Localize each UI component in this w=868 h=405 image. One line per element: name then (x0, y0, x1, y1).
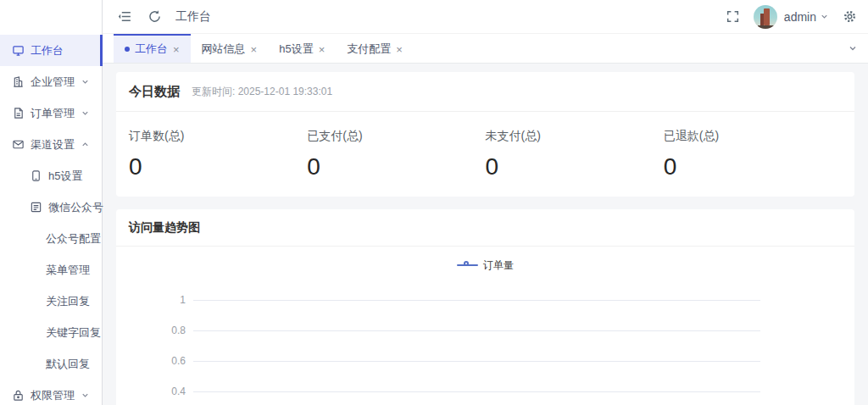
gridline-row: 0.4 (116, 376, 854, 405)
sidebar: 工作台 企业管理 订单管理 渠道设置 (0, 0, 103, 405)
sidebar-item-keyword-reply[interactable]: 关键字回复 (0, 317, 102, 348)
fullscreen-icon (726, 9, 740, 24)
card-title: 访问量趋势图 (129, 220, 200, 236)
phone-icon (29, 169, 42, 183)
document-icon (11, 107, 25, 120)
chart-grid: 1 0.8 0.6 0.4 (116, 285, 854, 405)
sidebar-item-label: 关键字回复 (46, 325, 101, 341)
refresh-button[interactable] (146, 8, 163, 25)
gridline-row: 1 (116, 285, 854, 315)
stat-label: 订单数(总) (129, 129, 307, 144)
header-actions: admin (725, 5, 858, 29)
visit-trend-card-header: 访问量趋势图 (116, 209, 854, 247)
sidebar-item-orders[interactable]: 订单管理 (0, 97, 102, 129)
avatar[interactable] (754, 5, 777, 29)
y-axis-tick: 0.6 (116, 355, 193, 367)
stat-value: 0 (664, 153, 842, 181)
gridline (193, 300, 760, 301)
sidebar-item-enterprise[interactable]: 企业管理 (0, 66, 102, 97)
sidebar-item-workbench[interactable]: 工作台 (0, 35, 102, 66)
main-content: 今日数据 更新时间: 2025-12-01 19:33:01 订单数(总) 0 … (103, 64, 868, 405)
stats-row: 订单数(总) 0 已支付(总) 0 未支付(总) 0 已退款(总) 0 (116, 112, 854, 197)
stat-value: 0 (129, 153, 307, 181)
monitor-icon (11, 44, 25, 58)
article-icon (29, 201, 42, 214)
tab-workbench[interactable]: 工作台 × (114, 34, 191, 63)
sidebar-item-label: 工作台 (31, 43, 64, 58)
tab-website-info[interactable]: 网站信息 × (191, 34, 269, 63)
stat-value: 0 (307, 153, 485, 181)
chevron-down-icon (848, 43, 858, 53)
today-data-card: 今日数据 更新时间: 2025-12-01 19:33:01 订单数(总) 0 … (116, 72, 854, 197)
refresh-icon (147, 9, 162, 24)
close-icon[interactable]: × (319, 44, 326, 55)
close-icon[interactable]: × (173, 44, 180, 55)
sidebar-item-h5-settings[interactable]: h5设置 (0, 160, 102, 191)
y-axis-tick: 0.8 (116, 325, 193, 336)
y-axis-tick: 0.4 (116, 386, 193, 397)
stat-unpaid: 未支付(总) 0 (486, 129, 664, 181)
updated-timestamp: 更新时间: 2025-12-01 19:33:01 (192, 85, 332, 99)
sidebar-item-label: 订单管理 (31, 106, 75, 121)
sidebar-item-label: 微信公众号 (48, 200, 103, 215)
sidebar-item-label: 权限管理 (31, 388, 75, 403)
line-series-marker-icon (457, 261, 478, 269)
lock-icon (11, 389, 25, 402)
sidebar-item-label: 渠道设置 (31, 137, 75, 153)
sidebar-item-label: 关注回复 (46, 294, 90, 309)
stat-value: 0 (486, 153, 664, 181)
sidebar-item-channels[interactable]: 渠道设置 (0, 129, 102, 160)
building-icon (11, 75, 25, 89)
fullscreen-button[interactable] (725, 8, 742, 25)
stat-refunded: 已退款(总) 0 (664, 129, 842, 181)
gear-icon (843, 9, 857, 24)
sidebar-item-follow-reply[interactable]: 关注回复 (0, 286, 102, 317)
sidebar-item-label: h5设置 (48, 169, 82, 184)
gridline-row: 0.6 (116, 346, 854, 376)
sidebar-item-default-reply[interactable]: 默认回复 (0, 348, 102, 380)
main-column: 工作台 admin (103, 0, 868, 405)
gridline (193, 330, 760, 331)
chevron-down-icon (81, 77, 90, 86)
chevron-down-icon (81, 391, 90, 400)
tab-options-button[interactable] (837, 34, 868, 63)
menu-fold-icon (118, 9, 132, 24)
tab-h5-settings[interactable]: h5设置 × (268, 34, 336, 63)
stat-label: 未支付(总) (486, 129, 664, 144)
y-axis-tick: 1 (116, 294, 193, 306)
tab-payment-config[interactable]: 支付配置 × (336, 34, 414, 63)
sidebar-item-label: 公众号配置 (46, 231, 101, 247)
gridline (193, 361, 760, 362)
app-root: 工作台 企业管理 订单管理 渠道设置 (0, 0, 868, 405)
line-chart: 订单量 1 0.8 0.6 (116, 257, 854, 405)
chart-legend-orders[interactable]: 订单量 (116, 257, 854, 274)
sidebar-item-label: 默认回复 (46, 357, 90, 372)
sidebar-item-permissions[interactable]: 权限管理 (0, 380, 102, 405)
settings-button[interactable] (841, 8, 858, 25)
collapse-sidebar-button[interactable] (116, 8, 133, 25)
tab-label: 支付配置 (347, 42, 391, 57)
gridline-row: 0.8 (116, 315, 854, 346)
sidebar-item-official-account-config[interactable]: 公众号配置 (0, 223, 102, 254)
tab-label: 工作台 (135, 42, 168, 57)
chevron-up-icon (81, 140, 90, 149)
stat-total-orders: 订单数(总) 0 (129, 129, 307, 181)
user-menu-chevron-icon[interactable] (820, 12, 829, 21)
visit-trend-card: 访问量趋势图 订单量 1 (116, 209, 854, 405)
card-title: 今日数据 (129, 84, 180, 100)
tab-bar: 工作台 × 网站信息 × h5设置 × 支付配置 × (103, 34, 868, 64)
legend-label: 订单量 (483, 258, 514, 273)
close-icon[interactable]: × (396, 44, 403, 55)
stat-label: 已退款(总) (664, 129, 842, 144)
close-icon[interactable]: × (251, 44, 258, 55)
tab-label: 网站信息 (202, 42, 246, 57)
stat-paid: 已支付(总) 0 (307, 129, 485, 181)
chevron-down-icon (81, 108, 90, 118)
today-data-card-header: 今日数据 更新时间: 2025-12-01 19:33:01 (116, 72, 854, 112)
breadcrumb: 工作台 (175, 9, 211, 25)
mail-icon (11, 138, 25, 152)
sidebar-item-label: 菜单管理 (46, 263, 90, 278)
sidebar-item-wechat-official[interactable]: 微信公众号 (0, 191, 102, 223)
sidebar-item-menu-management[interactable]: 菜单管理 (0, 254, 102, 286)
username[interactable]: admin (784, 10, 816, 24)
